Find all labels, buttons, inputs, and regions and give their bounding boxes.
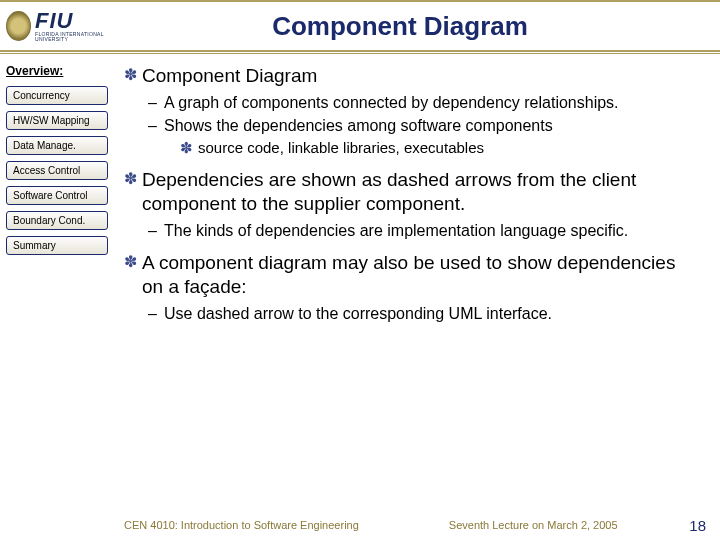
bullet-text: The kinds of dependencies are implementa… bbox=[164, 220, 628, 241]
burst-icon: ✽ bbox=[124, 168, 142, 216]
footer-page-number: 18 bbox=[689, 517, 706, 534]
sidebar-item-concurrency[interactable]: Concurrency bbox=[6, 86, 108, 105]
bullet-text: A graph of components connected by depen… bbox=[164, 92, 619, 113]
fiu-acronym: FIU bbox=[35, 10, 120, 32]
seal-icon bbox=[6, 11, 31, 41]
fiu-fullname: FLORIDA INTERNATIONAL UNIVERSITY bbox=[35, 32, 120, 42]
footer-course: CEN 4010: Introduction to Software Engin… bbox=[124, 519, 359, 531]
bullet-text: Dependencies are shown as dashed arrows … bbox=[142, 168, 698, 216]
bullet-text: Component Diagram bbox=[142, 64, 698, 88]
dash-icon: – bbox=[148, 303, 164, 324]
dash-icon: – bbox=[148, 220, 164, 241]
overview-label: Overview: bbox=[6, 64, 112, 78]
bullet-l1: ✽ A component diagram may also be used t… bbox=[124, 251, 698, 299]
header-bar: FIU FLORIDA INTERNATIONAL UNIVERSITY Com… bbox=[0, 0, 720, 52]
bullet-text: Use dashed arrow to the corresponding UM… bbox=[164, 303, 552, 324]
bullet-text: source code, linkable libraries, executa… bbox=[198, 138, 484, 158]
burst-icon: ✽ bbox=[180, 138, 198, 158]
burst-icon: ✽ bbox=[124, 251, 142, 299]
fiu-text: FIU FLORIDA INTERNATIONAL UNIVERSITY bbox=[35, 10, 120, 42]
bullet-l2: – The kinds of dependencies are implemen… bbox=[148, 220, 698, 241]
sidebar-item-hwsw-mapping[interactable]: HW/SW Mapping bbox=[6, 111, 108, 130]
bullet-l1: ✽ Dependencies are shown as dashed arrow… bbox=[124, 168, 698, 216]
fiu-logo: FIU FLORIDA INTERNATIONAL UNIVERSITY bbox=[0, 3, 120, 49]
bullet-l2: – A graph of components connected by dep… bbox=[148, 92, 698, 113]
footer-lecture: Seventh Lecture on March 2, 2005 bbox=[449, 519, 618, 531]
bullet-text: Shows the dependencies among software co… bbox=[164, 115, 553, 136]
sidebar-item-data-manage[interactable]: Data Manage. bbox=[6, 136, 108, 155]
bullet-l3: ✽ source code, linkable libraries, execu… bbox=[180, 138, 698, 158]
content-area: ✽ Component Diagram – A graph of compone… bbox=[118, 54, 720, 514]
footer: CEN 4010: Introduction to Software Engin… bbox=[0, 516, 720, 534]
burst-icon: ✽ bbox=[124, 64, 142, 88]
page-title: Component Diagram bbox=[120, 11, 720, 42]
sidebar: Overview: Concurrency HW/SW Mapping Data… bbox=[0, 54, 118, 514]
bullet-l1: ✽ Component Diagram bbox=[124, 64, 698, 88]
sidebar-item-summary[interactable]: Summary bbox=[6, 236, 108, 255]
sidebar-item-software-control[interactable]: Software Control bbox=[6, 186, 108, 205]
dash-icon: – bbox=[148, 115, 164, 136]
sidebar-item-access-control[interactable]: Access Control bbox=[6, 161, 108, 180]
dash-icon: – bbox=[148, 92, 164, 113]
bullet-l2: – Use dashed arrow to the corresponding … bbox=[148, 303, 698, 324]
sidebar-item-boundary-cond[interactable]: Boundary Cond. bbox=[6, 211, 108, 230]
bullet-l2: – Shows the dependencies among software … bbox=[148, 115, 698, 136]
bullet-text: A component diagram may also be used to … bbox=[142, 251, 698, 299]
